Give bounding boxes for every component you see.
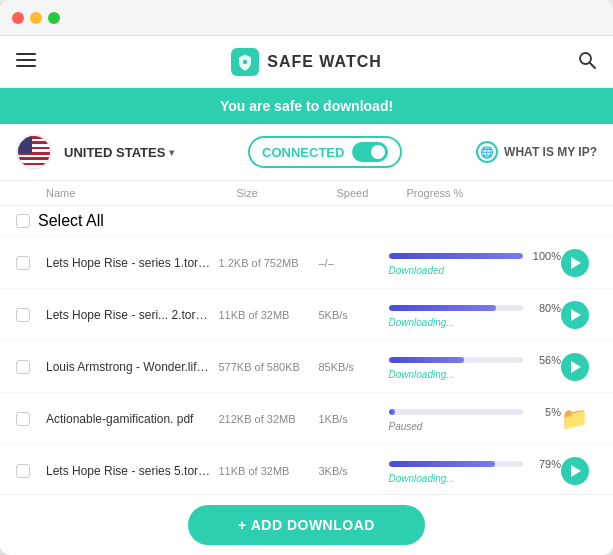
progress-pct-1: 80% [529, 302, 561, 314]
file-speed-0: –/– [319, 257, 389, 269]
progress-row-3: 5% [389, 406, 562, 418]
file-list: Select All Lets Hope Rise - series 1.tor… [0, 206, 613, 494]
table-header: Name Size Speed Progress % [0, 181, 613, 206]
file-name-4: Lets Hope Rise - series 5.torrent.avi [46, 464, 219, 478]
progress-row-4: 79% [389, 458, 562, 470]
progress-bar-bg-1 [389, 305, 524, 311]
us-flag [18, 136, 50, 168]
progress-bar-bg-0 [389, 253, 524, 259]
file-size-3: 212KB of 32MB [219, 413, 319, 425]
row-checkbox-4[interactable] [16, 464, 30, 478]
row-checkbox-0[interactable] [16, 256, 30, 270]
progress-row-0: 100% [389, 250, 562, 262]
country-name: UNITED STATES [64, 145, 165, 160]
progress-pct-3: 5% [529, 406, 561, 418]
progress-pct-0: 100% [529, 250, 561, 262]
select-all-checkbox[interactable] [16, 214, 30, 228]
progress-pct-4: 79% [529, 458, 561, 470]
progress-bar-fill-0 [389, 253, 524, 259]
file-speed-4: 3KB/s [319, 465, 389, 477]
app-window: SAFE WATCH You are safe to download! UNI… [0, 0, 613, 555]
file-speed-3: 1KB/s [319, 413, 389, 425]
table-row: Louis Armstrong - Wonder.life.mp3 577KB … [0, 341, 613, 393]
country-selector[interactable]: UNITED STATES ▾ [64, 145, 174, 160]
connection-status: CONNECTED [248, 136, 402, 168]
hamburger-menu[interactable] [16, 50, 36, 74]
select-all-label: Select All [38, 212, 104, 230]
chevron-down-icon: ▾ [169, 147, 174, 158]
progress-cell-1: 80% Downloading... [389, 302, 562, 328]
minimize-button[interactable] [30, 12, 42, 24]
progress-status-3: Paused [389, 421, 562, 432]
app-title: SAFE WATCH [231, 48, 382, 76]
table-row: Lets Hope Rise - seri... 2.torrent.avi 1… [0, 289, 613, 341]
vpn-toggle[interactable] [352, 142, 388, 162]
titlebar [0, 0, 613, 36]
file-size-1: 11KB of 32MB [219, 309, 319, 321]
svg-rect-1 [16, 59, 36, 61]
svg-marker-6 [571, 257, 581, 269]
svg-rect-0 [16, 53, 36, 55]
progress-row-1: 80% [389, 302, 562, 314]
progress-bar-bg-2 [389, 357, 524, 363]
file-speed-1: 5KB/s [319, 309, 389, 321]
country-flag [16, 134, 52, 170]
search-icon[interactable] [577, 50, 597, 74]
svg-rect-2 [16, 65, 36, 67]
progress-bar-fill-3 [389, 409, 396, 415]
ip-link-label: WHAT IS MY IP? [504, 145, 597, 159]
progress-pct-2: 56% [529, 354, 561, 366]
progress-cell-3: 5% Paused [389, 406, 562, 432]
play-button-4[interactable] [561, 457, 589, 485]
col-size: Size [237, 187, 337, 199]
row-checkbox-2[interactable] [16, 360, 30, 374]
svg-marker-8 [571, 361, 581, 373]
play-button-0[interactable] [561, 249, 589, 277]
banner-text: You are safe to download! [220, 98, 393, 114]
file-name-0: Lets Hope Rise - series 1.torrent.avi [46, 256, 219, 270]
play-button-2[interactable] [561, 353, 589, 381]
safe-banner: You are safe to download! [0, 88, 613, 124]
app-logo [231, 48, 259, 76]
svg-marker-7 [571, 309, 581, 321]
file-size-4: 11KB of 32MB [219, 465, 319, 477]
play-button-1[interactable] [561, 301, 589, 329]
add-download-label: + ADD DOWNLOAD [238, 517, 375, 533]
traffic-lights [12, 12, 60, 24]
svg-point-4 [580, 53, 591, 64]
add-download-button[interactable]: + ADD DOWNLOAD [188, 505, 425, 545]
globe-icon: 🌐 [476, 141, 498, 163]
bottom-bar: + ADD DOWNLOAD [0, 494, 613, 555]
file-rows-container: Lets Hope Rise - series 1.torrent.avi 1.… [0, 237, 613, 494]
row-checkbox-3[interactable] [16, 412, 30, 426]
progress-row-2: 56% [389, 354, 562, 366]
close-button[interactable] [12, 12, 24, 24]
table-row: Lets Hope Rise - series 5.torrent.avi 11… [0, 445, 613, 494]
progress-status-2: Downloading... [389, 369, 562, 380]
file-size-0: 1.2KB of 752MB [219, 257, 319, 269]
row-checkbox-1[interactable] [16, 308, 30, 322]
svg-line-5 [590, 63, 595, 68]
svg-marker-9 [571, 465, 581, 477]
folder-icon-3[interactable]: 📁 [561, 406, 597, 432]
navbar: SAFE WATCH [0, 36, 613, 88]
connected-label: CONNECTED [262, 145, 344, 160]
col-progress: Progress % [407, 187, 598, 199]
progress-status-1: Downloading... [389, 317, 562, 328]
file-name-1: Lets Hope Rise - seri... 2.torrent.avi [46, 308, 219, 322]
vpn-bar: UNITED STATES ▾ CONNECTED 🌐 WHAT IS MY I… [0, 124, 613, 181]
maximize-button[interactable] [48, 12, 60, 24]
progress-bar-fill-1 [389, 305, 497, 311]
col-checkbox [16, 187, 46, 199]
progress-status-4: Downloading... [389, 473, 562, 484]
progress-cell-2: 56% Downloading... [389, 354, 562, 380]
file-name-2: Louis Armstrong - Wonder.life.mp3 [46, 360, 219, 374]
progress-status-0: Downloaded [389, 265, 562, 276]
file-speed-2: 85KB/s [319, 361, 389, 373]
svg-point-3 [243, 59, 248, 64]
what-is-my-ip-link[interactable]: 🌐 WHAT IS MY IP? [476, 141, 597, 163]
progress-bar-fill-2 [389, 357, 464, 363]
col-name: Name [46, 187, 237, 199]
progress-bar-fill-4 [389, 461, 495, 467]
file-size-2: 577KB of 580KB [219, 361, 319, 373]
